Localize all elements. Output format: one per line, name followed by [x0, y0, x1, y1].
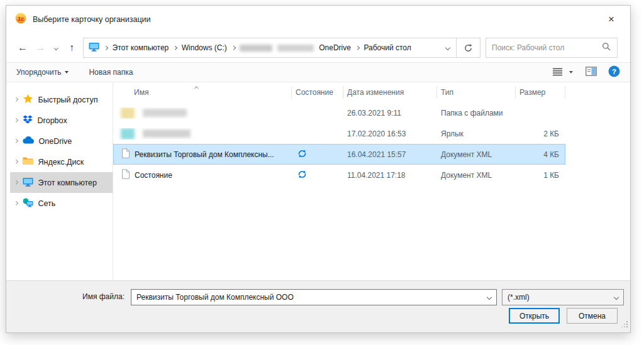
sidebar-item-onedrive[interactable]: OneDrive [10, 131, 113, 151]
redacted-file-name [143, 109, 187, 117]
search-box [486, 38, 618, 58]
view-dropdown-icon[interactable] [569, 71, 573, 74]
file-type: Папка с файлами [436, 109, 515, 118]
main-area: Быстрый доступ Dropbox OneDrive [6, 82, 630, 280]
expander-icon[interactable] [14, 118, 18, 122]
help-icon[interactable]: ? [608, 65, 620, 79]
sidebar-item-network[interactable]: Сеть [10, 193, 113, 214]
file-type: Ярлык [436, 129, 515, 138]
file-date: 11.04.2021 17:18 [343, 171, 436, 180]
breadcrumb-item-redacted[interactable] [240, 45, 272, 52]
star-icon [23, 94, 33, 106]
sync-icon [297, 149, 307, 160]
network-icon [23, 198, 33, 209]
column-header-size[interactable]: Размер [515, 82, 565, 102]
column-headers: Имя Состояние Дата изменения Тип Размер [113, 82, 630, 102]
file-size: 2 КБ [515, 129, 565, 138]
filetype-dropdown-icon[interactable] [609, 290, 623, 305]
folder-icon [23, 156, 33, 167]
this-pc-icon [89, 42, 99, 54]
filename-input[interactable] [131, 293, 482, 302]
file-name: Реквизиты Торговый дом Комплексны... [135, 150, 274, 159]
sidebar: Быстрый доступ Dropbox OneDrive [6, 82, 113, 280]
redacted-shortcut-icon [121, 128, 135, 140]
history-dropdown-icon[interactable] [49, 39, 63, 57]
details-view-icon[interactable] [552, 67, 563, 78]
sidebar-item-yandex-disk[interactable]: Яндекс.Диск [10, 151, 113, 172]
svg-text:?: ? [612, 68, 616, 75]
breadcrumb: Этот компьютер Windows (C:) OneDrive Раб… [84, 38, 440, 57]
onedrive-cloud-icon [23, 136, 34, 146]
file-date: 17.02.2020 16:53 [343, 129, 436, 138]
document-icon [121, 148, 130, 160]
breadcrumb-item-this-pc[interactable]: Этот компьютер [113, 43, 169, 52]
file-type: Документ XML [436, 150, 515, 159]
sort-ascending-icon [195, 83, 198, 92]
computer-icon [23, 177, 33, 189]
dropbox-icon [23, 115, 33, 126]
sidebar-item-this-pc[interactable]: Этот компьютер [10, 172, 113, 193]
filename-combo [131, 289, 497, 305]
view-controls: ? [552, 65, 620, 79]
breadcrumb-item-redacted[interactable] [277, 45, 314, 52]
breadcrumb-item-onedrive[interactable]: OneDrive [319, 43, 351, 52]
cancel-button[interactable]: Отмена [567, 308, 618, 324]
window-title: Выберите карточку организации [33, 15, 151, 24]
search-input[interactable] [492, 43, 598, 52]
title-bar: 1с Выберите карточку организации × [6, 6, 630, 33]
column-header-type[interactable]: Тип [436, 82, 515, 102]
up-button[interactable]: ↑ [63, 39, 80, 57]
address-dropdown-icon[interactable] [440, 38, 456, 57]
search-icon[interactable] [602, 42, 611, 54]
organize-label: Упорядочить [16, 68, 61, 77]
redacted-folder-icon [121, 107, 135, 119]
file-row[interactable]: 17.02.2020 16:53 Ярлык 2 КБ [113, 123, 565, 144]
resize-grip[interactable] [621, 319, 628, 331]
breadcrumb-item-drive-c[interactable]: Windows (C:) [182, 43, 227, 52]
command-bar: Упорядочить Новая папка [6, 62, 630, 82]
footer-bar: Имя файла: (*.xml) Открыть Отмена [6, 280, 630, 332]
expander-icon[interactable] [14, 139, 18, 143]
sidebar-item-label: OneDrive [39, 137, 72, 146]
file-date: 16.04.2021 15:57 [343, 150, 436, 159]
sync-icon [297, 170, 307, 181]
breadcrumb-item-desktop[interactable]: Рабочий стол [364, 43, 411, 52]
new-folder-label: Новая папка [89, 68, 133, 77]
filename-label: Имя файла: [6, 292, 125, 301]
expander-icon[interactable] [14, 180, 18, 184]
expander-icon[interactable] [14, 97, 18, 101]
filetype-value: (*.xml) [502, 293, 609, 302]
back-button[interactable]: ← [14, 39, 31, 57]
file-row-selected[interactable]: Реквизиты Торговый дом Комплексны... 16.… [113, 144, 565, 165]
file-list: Имя Состояние Дата изменения Тип Размер … [113, 82, 630, 280]
navigation-bar: ← → ↑ Этот компьютер Windows (C:) [6, 33, 630, 62]
filetype-select[interactable]: (*.xml) [502, 289, 624, 305]
chevron-down-icon [65, 71, 69, 74]
file-row[interactable]: 26.03.2021 9:11 Папка с файлами [113, 102, 565, 123]
svg-text:1с: 1с [18, 15, 25, 22]
address-bar[interactable]: Этот компьютер Windows (C:) OneDrive Раб… [83, 38, 480, 58]
file-name: Состояние [135, 171, 172, 180]
new-folder-button[interactable]: Новая папка [89, 68, 133, 77]
column-header-date[interactable]: Дата изменения [343, 82, 436, 102]
redacted-file-name [143, 129, 191, 138]
expander-icon[interactable] [14, 160, 18, 163]
sidebar-item-dropbox[interactable]: Dropbox [10, 110, 113, 131]
file-size: 1 КБ [515, 171, 565, 180]
refresh-icon[interactable] [456, 38, 480, 57]
file-date: 26.03.2021 9:11 [343, 109, 436, 118]
file-row[interactable]: Состояние 11.04.2021 17:18 Документ XML … [113, 165, 565, 185]
preview-pane-icon[interactable] [586, 67, 597, 78]
close-icon[interactable]: × [601, 10, 621, 29]
sidebar-item-label: Dropbox [38, 116, 67, 125]
column-header-name[interactable]: Имя [113, 82, 291, 102]
sidebar-item-quick-access[interactable]: Быстрый доступ [10, 89, 113, 110]
column-header-status[interactable]: Состояние [291, 82, 343, 102]
organize-button[interactable]: Упорядочить [16, 68, 69, 77]
expander-icon[interactable] [14, 201, 18, 205]
forward-button[interactable]: → [31, 39, 49, 57]
filename-dropdown-icon[interactable] [482, 290, 496, 305]
document-icon [121, 169, 130, 181]
open-button[interactable]: Открыть [509, 308, 560, 324]
file-open-dialog: 1с Выберите карточку организации × ← → ↑ [6, 5, 631, 333]
